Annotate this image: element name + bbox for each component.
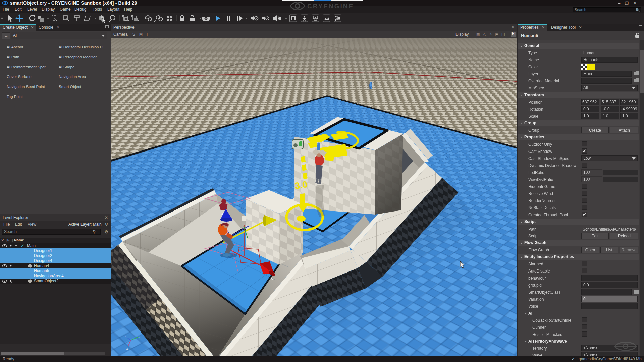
svg-text:z: z — [221, 211, 223, 215]
svg-text:x: x — [126, 347, 128, 350]
svg-text:y: y — [138, 336, 140, 339]
svg-text:x: x — [271, 276, 273, 280]
svg-text:z: z — [125, 335, 126, 338]
svg-text:3.0: 3.0 — [294, 179, 308, 191]
svg-text:CRYENGINE: CRYENGINE — [307, 3, 354, 10]
